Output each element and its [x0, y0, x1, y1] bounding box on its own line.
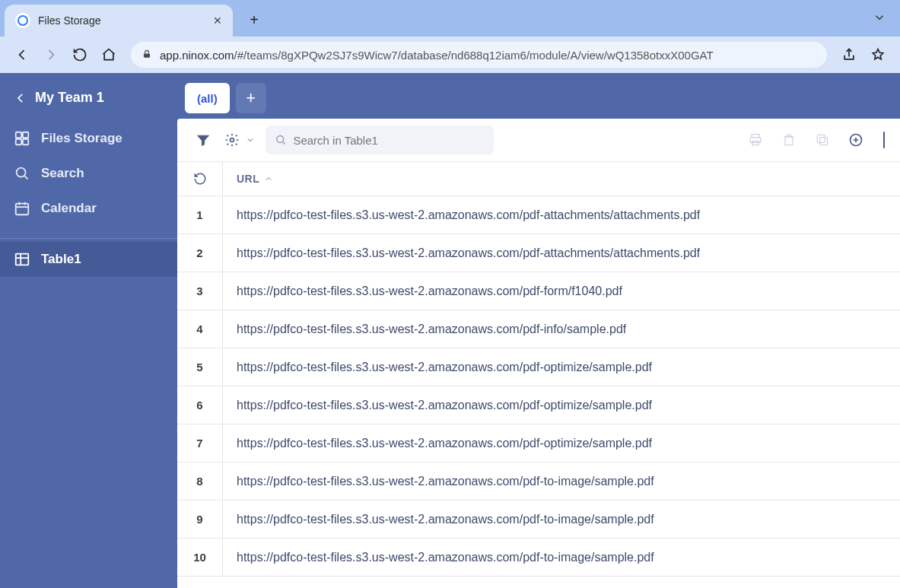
new-tab-button[interactable]: + [243, 9, 265, 30]
svg-rect-0 [144, 53, 150, 57]
table-search[interactable] [266, 126, 494, 154]
lock-icon [142, 49, 152, 62]
chrome-menu-icon[interactable] [873, 11, 886, 27]
back-button[interactable] [9, 42, 35, 68]
row-url-cell: https://pdfco-test-files.s3.us-west-2.am… [223, 551, 654, 564]
main-area: (all) + [177, 73, 900, 588]
view-tabs: (all) + [177, 73, 900, 119]
search-icon [275, 133, 287, 147]
toolbar-divider [883, 132, 885, 148]
row-number: 7 [177, 424, 223, 462]
row-url-cell: https://pdfco-test-files.s3.us-west-2.am… [223, 284, 622, 298]
row-number: 9 [177, 501, 223, 538]
refresh-column-button[interactable] [177, 162, 223, 195]
table-search-input[interactable] [293, 134, 485, 147]
sidebar-item-table1[interactable]: Table1 [0, 242, 177, 277]
sort-asc-icon [264, 174, 273, 183]
chevron-down-icon[interactable] [246, 135, 255, 145]
sidebar-item-label: Search [41, 166, 84, 181]
browser-tab[interactable]: Files Storage ✕ [5, 5, 233, 37]
sidebar-item-files-storage[interactable]: Files Storage [0, 121, 177, 156]
row-number: 2 [177, 234, 223, 272]
table-row[interactable]: 7https://pdfco-test-files.s3.us-west-2.a… [177, 424, 900, 462]
table-row[interactable]: 6https://pdfco-test-files.s3.us-west-2.a… [177, 386, 900, 424]
table-row[interactable]: 8https://pdfco-test-files.s3.us-west-2.a… [177, 462, 900, 501]
trash-icon[interactable] [778, 129, 800, 151]
print-icon[interactable] [745, 129, 766, 151]
browser-tab-title: Files Storage [38, 14, 205, 27]
sidebar-item-label: Table1 [41, 252, 81, 267]
add-record-icon[interactable] [845, 129, 867, 151]
close-tab-icon[interactable]: ✕ [213, 14, 222, 27]
table-row[interactable]: 4https://pdfco-test-files.s3.us-west-2.a… [177, 310, 900, 348]
row-url-cell: https://pdfco-test-files.s3.us-west-2.am… [223, 246, 700, 260]
duplicate-icon[interactable] [812, 129, 833, 151]
gear-icon[interactable] [221, 129, 243, 151]
table-row[interactable]: 3https://pdfco-test-files.s3.us-west-2.a… [177, 272, 900, 310]
row-url-cell: https://pdfco-test-files.s3.us-west-2.am… [223, 361, 652, 374]
svg-rect-14 [820, 138, 828, 145]
table-toolbar [177, 119, 900, 161]
svg-rect-1 [16, 132, 21, 138]
sidebar-separator [0, 238, 177, 239]
reload-button[interactable] [67, 42, 93, 68]
address-url: app.ninox.com/#/teams/8gXPQw2SJ7s9Wicw7/… [160, 49, 714, 62]
share-button[interactable] [836, 42, 862, 68]
sidebar-item-search[interactable]: Search [0, 156, 177, 191]
row-number: 5 [177, 348, 223, 386]
svg-rect-3 [16, 139, 21, 145]
row-number: 10 [177, 539, 223, 576]
svg-rect-2 [23, 132, 28, 138]
table-row[interactable]: 5https://pdfco-test-files.s3.us-west-2.a… [177, 348, 900, 386]
sidebar-item-label: Calendar [41, 201, 97, 216]
browser-nav-bar: app.ninox.com/#/teams/8gXPQw2SJ7s9Wicw7/… [0, 37, 900, 73]
forward-button[interactable] [38, 42, 64, 68]
row-url-cell: https://pdfco-test-files.s3.us-west-2.am… [223, 437, 652, 450]
home-button[interactable] [96, 42, 122, 68]
row-number: 4 [177, 310, 223, 348]
row-url-cell: https://pdfco-test-files.s3.us-west-2.am… [223, 323, 626, 336]
table-row[interactable]: 1https://pdfco-test-files.s3.us-west-2.a… [177, 196, 900, 234]
row-number: 3 [177, 272, 223, 310]
svg-rect-7 [16, 254, 29, 265]
add-view-button[interactable]: + [236, 83, 266, 113]
team-header[interactable]: My Team 1 [0, 78, 177, 119]
bookmark-button[interactable] [865, 42, 891, 68]
row-url-cell: https://pdfco-test-files.s3.us-west-2.am… [223, 208, 700, 222]
table-row[interactable]: 9https://pdfco-test-files.s3.us-west-2.a… [177, 501, 900, 539]
sidebar-item-calendar[interactable]: Calendar [0, 191, 177, 226]
column-header-label: URL [237, 173, 259, 185]
row-url-cell: https://pdfco-test-files.s3.us-west-2.am… [223, 513, 654, 526]
sidebar-item-label: Files Storage [41, 131, 122, 146]
svg-rect-6 [16, 204, 29, 215]
table-row[interactable]: 2https://pdfco-test-files.s3.us-west-2.a… [177, 234, 900, 272]
view-tab-label: (all) [197, 92, 218, 105]
svg-rect-4 [23, 139, 28, 145]
address-bar[interactable]: app.ninox.com/#/teams/8gXPQw2SJ7s9Wicw7/… [131, 42, 827, 68]
svg-rect-15 [817, 135, 825, 142]
svg-point-9 [277, 136, 284, 143]
browser-tab-strip: Files Storage ✕ + [0, 0, 900, 37]
filter-icon[interactable] [192, 129, 214, 151]
svg-rect-12 [752, 141, 758, 145]
sidebar: My Team 1 Files Storage Search Calendar … [0, 73, 177, 588]
svg-point-5 [17, 168, 26, 177]
view-tab-all[interactable]: (all) [185, 83, 230, 113]
svg-point-8 [231, 138, 234, 142]
row-url-cell: https://pdfco-test-files.s3.us-west-2.am… [223, 399, 652, 412]
svg-rect-13 [785, 137, 793, 145]
column-header-url[interactable]: URL [223, 173, 273, 185]
table-row[interactable]: 10https://pdfco-test-files.s3.us-west-2.… [177, 539, 900, 577]
row-number: 6 [177, 386, 223, 424]
table-header: URL [177, 161, 900, 196]
team-name: My Team 1 [35, 90, 104, 106]
ninox-logo-icon [15, 13, 30, 28]
row-url-cell: https://pdfco-test-files.s3.us-west-2.am… [223, 475, 654, 488]
row-number: 1 [177, 196, 223, 234]
row-number: 8 [177, 462, 223, 500]
